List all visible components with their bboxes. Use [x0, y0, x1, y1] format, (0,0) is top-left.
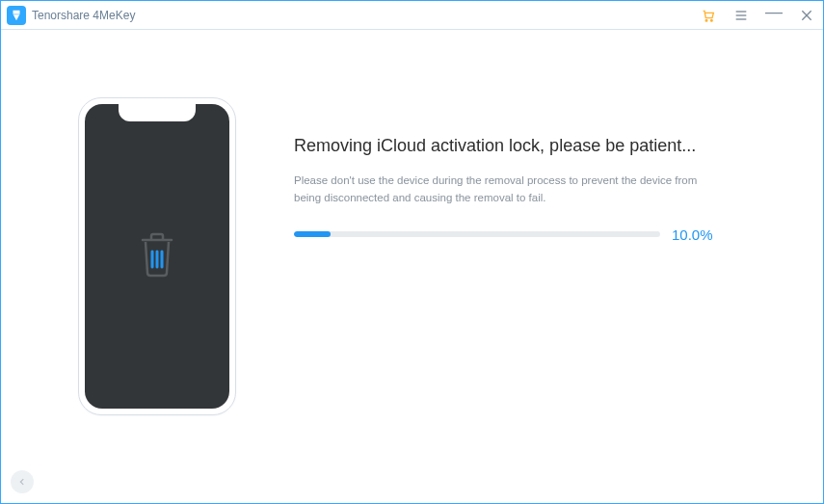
cart-icon[interactable] — [700, 7, 717, 24]
minimize-icon[interactable]: — — [765, 3, 783, 20]
subtext: Please don't use the device during the r… — [294, 172, 699, 207]
info-panel: Removing iCloud activation lock, please … — [294, 88, 784, 243]
app-logo-icon — [7, 6, 26, 25]
progress-label: 10.0% — [672, 226, 713, 243]
main-content: Removing iCloud activation lock, please … — [1, 30, 823, 503]
back-button[interactable] — [11, 470, 34, 493]
app-title: Tenorshare 4MeKey — [32, 9, 135, 22]
titlebar-controls: — — [700, 7, 815, 24]
svg-point-1 — [710, 19, 712, 21]
titlebar: Tenorshare 4MeKey — — [1, 1, 823, 30]
phone-illustration — [78, 88, 236, 415]
app-window: Tenorshare 4MeKey — — [0, 0, 824, 504]
progress-fill — [294, 231, 331, 237]
phone-frame — [78, 97, 236, 415]
svg-point-0 — [705, 19, 707, 21]
menu-icon[interactable] — [732, 7, 750, 24]
progress-track — [294, 231, 660, 237]
phone-notch — [119, 104, 196, 121]
phone-screen — [85, 104, 229, 409]
trash-icon — [135, 230, 179, 282]
close-icon[interactable] — [798, 7, 815, 24]
heading: Removing iCloud activation lock, please … — [294, 136, 784, 156]
progress-row: 10.0% — [294, 226, 784, 243]
